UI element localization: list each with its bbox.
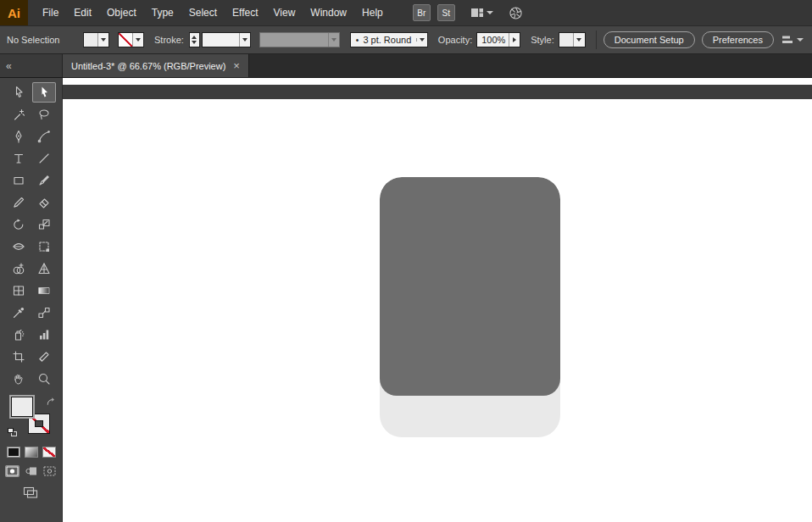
chevron-down-icon (328, 33, 339, 47)
hand-tool[interactable] (7, 369, 31, 389)
document-canvas[interactable] (63, 78, 812, 522)
chevron-down-icon (416, 38, 427, 42)
swap-fill-stroke-button[interactable] (46, 395, 55, 410)
drawing-mode-buttons (5, 465, 57, 477)
scale-tool[interactable] (32, 214, 56, 235)
menu-window[interactable]: Window (303, 0, 354, 25)
artboard-tool[interactable] (7, 347, 31, 367)
rotate-tool[interactable] (7, 214, 31, 235)
rectangle-tool[interactable] (7, 170, 31, 191)
perspective-grid-icon (37, 262, 51, 275)
symbol-sprayer-tool[interactable] (7, 325, 31, 345)
line-segment-tool[interactable] (32, 148, 56, 169)
direct-selection-tool[interactable] (7, 82, 31, 103)
document-tab-bar: « Untitled-3* @ 66.67% (RGB/Preview) × (0, 54, 812, 78)
selection-tool[interactable] (32, 82, 56, 103)
draw-behind-button[interactable] (24, 465, 38, 477)
stroke-label: Stroke: (154, 35, 184, 45)
tools-panel (0, 78, 63, 522)
type-tool[interactable] (7, 148, 31, 169)
lasso-tool[interactable] (32, 104, 56, 125)
menu-effect[interactable]: Effect (225, 0, 265, 25)
document-setup-button[interactable]: Document Setup (603, 31, 695, 48)
draw-normal-icon (6, 466, 19, 476)
default-fill-stroke-button[interactable] (8, 428, 18, 437)
shutter-icon (509, 6, 523, 20)
chevron-down-icon (797, 38, 804, 42)
paint-mode-buttons (7, 447, 56, 458)
gpu-performance-button[interactable] (509, 6, 523, 20)
eraser-tool[interactable] (32, 192, 56, 213)
rounded-rectangle-shape[interactable] (380, 177, 560, 437)
control-bar: No Selection Stroke: • 3 pt. Round (0, 25, 812, 54)
stroke-color-combo[interactable] (118, 32, 144, 47)
color-mode-button[interactable] (7, 447, 20, 458)
gradient-tool[interactable] (32, 280, 56, 301)
shaper-icon (12, 196, 25, 209)
align-options-button[interactable] (781, 34, 804, 46)
preferences-button[interactable]: Preferences (702, 31, 774, 48)
shape-body (380, 177, 560, 396)
stroke-weight-stepper[interactable] (189, 32, 200, 47)
draw-normal-button[interactable] (5, 465, 19, 477)
toolbar-header: « (0, 54, 63, 77)
menu-object[interactable]: Object (99, 0, 144, 25)
direct-selection-icon (12, 86, 25, 99)
fill-proxy-swatch[interactable] (11, 397, 33, 417)
none-mode-button[interactable] (42, 447, 56, 458)
variable-width-profile-combo[interactable] (259, 32, 340, 47)
menu-file[interactable]: File (35, 0, 66, 25)
chevron-down-icon (487, 11, 493, 14)
menu-type[interactable]: Type (144, 0, 181, 25)
width-tool[interactable] (7, 236, 31, 257)
pen-tool[interactable] (7, 126, 31, 147)
free-transform-tool[interactable] (32, 236, 56, 257)
fill-swatch (84, 33, 97, 47)
mesh-tool[interactable] (7, 280, 31, 301)
curvature-tool[interactable] (32, 126, 56, 147)
draw-inside-button[interactable] (42, 465, 57, 477)
align-icon (781, 34, 794, 46)
stroke-width-combo[interactable] (202, 32, 251, 47)
paintbrush-tool[interactable] (32, 170, 56, 191)
type-icon (12, 152, 25, 165)
gradient-icon (37, 284, 51, 297)
arrange-documents-button[interactable] (470, 7, 493, 19)
shaper-tool[interactable] (7, 192, 31, 213)
slice-tool[interactable] (32, 347, 56, 367)
stock-button[interactable]: St (437, 4, 455, 21)
tools-grid (6, 81, 57, 390)
column-graph-tool[interactable] (32, 325, 56, 345)
symbol-sprayer-icon (12, 328, 25, 342)
document-tab[interactable]: Untitled-3* @ 66.67% (RGB/Preview) × (63, 54, 249, 77)
screen-mode-button[interactable] (23, 486, 39, 503)
magic-wand-tool[interactable] (7, 104, 31, 125)
menu-edit[interactable]: Edit (66, 0, 99, 25)
opacity-field[interactable]: 100% (476, 32, 520, 47)
brush-definition-combo[interactable]: • 3 pt. Round (350, 32, 428, 47)
eyedropper-icon (12, 306, 25, 319)
free-transform-icon (37, 240, 51, 253)
menu-view[interactable]: View (266, 0, 303, 25)
panel-collapse-button[interactable]: « (6, 60, 11, 72)
mesh-icon (12, 284, 25, 297)
bridge-button[interactable]: Br (413, 4, 431, 21)
menu-select[interactable]: Select (181, 0, 225, 25)
width-icon (12, 240, 25, 253)
column-graph-icon (37, 328, 51, 342)
gradient-mode-button[interactable] (25, 447, 38, 458)
perspective-grid-tool[interactable] (32, 258, 56, 279)
fill-color-combo[interactable] (83, 32, 109, 47)
menu-help[interactable]: Help (354, 0, 391, 25)
tab-close-icon[interactable]: × (233, 60, 240, 71)
graphic-style-combo[interactable] (559, 32, 586, 47)
shape-builder-tool[interactable] (7, 258, 31, 279)
stepper-up-icon (192, 36, 197, 39)
eraser-icon (37, 196, 51, 209)
shape-builder-icon (12, 262, 25, 275)
chevron-right-icon (509, 33, 520, 47)
eyedropper-tool[interactable] (7, 303, 31, 323)
zoom-tool[interactable] (32, 369, 56, 389)
brush-dot-icon: • (356, 36, 359, 45)
blend-tool[interactable] (32, 303, 56, 323)
